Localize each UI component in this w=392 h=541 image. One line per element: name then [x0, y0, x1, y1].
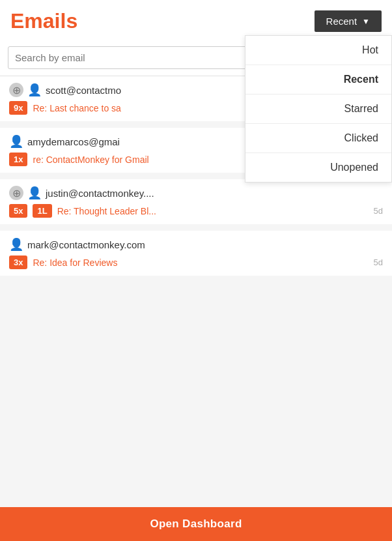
recent-filter-button[interactable]: Recent ▼: [315, 10, 382, 32]
dropdown-item-unopened[interactable]: Unopened: [245, 153, 391, 182]
email-bottom-row: 5x 1L Re: Thought Leader Bl... 5d: [9, 204, 383, 218]
add-contact-icon[interactable]: ⊕: [9, 83, 23, 97]
badge-count: 1x: [9, 153, 27, 166]
dropdown-item-clicked[interactable]: Clicked: [245, 124, 391, 153]
badge-count: 3x: [9, 256, 27, 269]
filter-dropdown: Hot Recent Starred Clicked Unopened: [245, 35, 392, 183]
email-time: 5d: [374, 206, 383, 216]
badge-count: 9x: [9, 101, 27, 115]
contact-icon: 👤: [9, 134, 23, 149]
table-row[interactable]: ⊕ 👤 justin@contactmonkey.... 5x 1L Re: T…: [0, 179, 392, 224]
bottom-spacer: [0, 277, 392, 323]
email-time: 5d: [374, 257, 383, 267]
dropdown-item-hot[interactable]: Hot: [245, 36, 391, 65]
email-top-row: ⊕ 👤 justin@contactmonkey....: [9, 186, 383, 200]
recent-label: Recent: [326, 16, 357, 27]
email-address: scott@contactmo: [46, 85, 121, 96]
dropdown-item-recent[interactable]: Recent: [245, 65, 391, 95]
email-address: justin@contactmonkey....: [46, 188, 154, 199]
contact-icon: 👤: [27, 83, 42, 97]
email-subject: Re: Idea for Reviews: [33, 257, 368, 268]
table-row[interactable]: 👤 mark@contactmonkey.com 3x Re: Idea for…: [0, 231, 392, 276]
chevron-down-icon: ▼: [362, 17, 370, 26]
divider: [0, 226, 392, 231]
page-title: Emails: [10, 9, 77, 33]
badge-count: 5x: [9, 204, 27, 218]
email-subject: Re: Thought Leader Bl...: [57, 206, 369, 216]
contact-icon: 👤: [27, 186, 42, 200]
email-address: mark@contactmonkey.com: [27, 239, 145, 250]
badge-links: 1L: [33, 204, 51, 218]
email-address: amydemarcos@gmai: [27, 136, 120, 147]
email-top-row: 👤 mark@contactmonkey.com: [9, 237, 383, 252]
dropdown-item-starred[interactable]: Starred: [245, 95, 391, 124]
email-bottom-row: 3x Re: Idea for Reviews 5d: [9, 256, 383, 269]
header: Emails Recent ▼: [0, 0, 392, 40]
contact-icon: 👤: [9, 237, 23, 252]
add-contact-icon[interactable]: ⊕: [9, 186, 23, 200]
open-dashboard-button[interactable]: Open Dashboard: [0, 507, 392, 541]
